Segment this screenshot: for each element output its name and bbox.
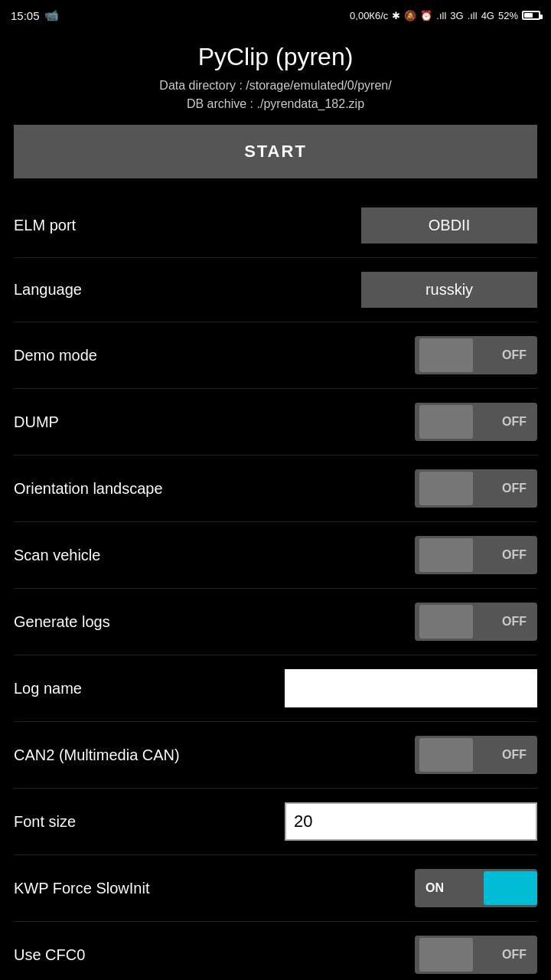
label-log-name: Log name <box>14 680 285 697</box>
divider <box>14 388 537 389</box>
settings-container: ELM portOBDIILanguagerusskiyDemo modeONO… <box>14 197 537 980</box>
settings-row-can2: CAN2 (Multimedia CAN)ONOFF <box>14 725 537 785</box>
input-log-name[interactable] <box>285 669 537 707</box>
data-usage: 0,00К6/с <box>350 10 388 21</box>
label-orientation-landscape: Orientation landscape <box>14 480 361 498</box>
status-time: 15:05 <box>11 9 40 22</box>
label-use-cfc0: Use CFC0 <box>14 946 361 964</box>
divider <box>14 655 537 655</box>
app-content: PyClip (pyren) Data directory : /storage… <box>0 31 551 980</box>
toggle-can2[interactable]: ONOFF <box>415 736 537 774</box>
settings-row-log-name: Log name <box>14 658 537 718</box>
network-3g: 3G <box>450 10 463 21</box>
label-generate-logs: Generate logs <box>14 613 361 631</box>
dropdown-elm-port[interactable]: OBDII <box>361 207 537 243</box>
divider <box>14 788 537 789</box>
label-demo-mode: Demo mode <box>14 347 361 364</box>
settings-row-orientation-landscape: Orientation landscapeONOFF <box>14 459 537 518</box>
divider <box>14 854 537 855</box>
toggle-use-cfc0[interactable]: ONOFF <box>415 936 537 974</box>
data-directory: Data directory : /storage/emulated/0/pyr… <box>14 79 537 93</box>
divider <box>14 455 537 456</box>
signal-bars2: .ıll <box>468 10 478 21</box>
divider <box>14 257 537 258</box>
divider <box>14 521 537 522</box>
divider <box>14 322 537 322</box>
start-button[interactable]: START <box>14 125 537 178</box>
camera-icon: 📹 <box>44 8 59 22</box>
settings-row-font-size: Font size <box>14 792 537 851</box>
divider <box>14 588 537 589</box>
input-font-size[interactable] <box>285 802 537 841</box>
alarm-icon: ⏰ <box>420 10 432 21</box>
label-language: Language <box>14 281 361 299</box>
battery-percent: 52% <box>498 10 518 21</box>
toggle-orientation-landscape[interactable]: ONOFF <box>415 469 537 508</box>
settings-row-generate-logs: Generate logsONOFF <box>14 592 537 652</box>
label-scan-vehicle: Scan vehicle <box>14 547 361 564</box>
settings-row-use-cfc0: Use CFC0ONOFF <box>14 925 537 980</box>
toggle-generate-logs[interactable]: ONOFF <box>415 603 537 641</box>
db-archive: DB archive : ./pyrendata_182.zip <box>14 97 537 111</box>
label-elm-port: ELM port <box>14 217 361 234</box>
settings-row-language: Languagerusskiy <box>14 261 537 318</box>
label-kwp-force-slowinit: KWP Force SlowInit <box>14 880 361 897</box>
toggle-kwp-force-slowinit[interactable]: ONOFF <box>415 869 537 907</box>
settings-row-elm-port: ELM portOBDII <box>14 197 537 254</box>
label-dump: DUMP <box>14 413 361 431</box>
toggle-scan-vehicle[interactable]: ONOFF <box>415 536 537 574</box>
dropdown-language[interactable]: russkiy <box>361 272 537 308</box>
network-4g: 4G <box>481 10 494 21</box>
settings-row-scan-vehicle: Scan vehicleONOFF <box>14 525 537 585</box>
status-bar: 15:05 📹 0,00К6/с ✱ 🔕 ⏰ .ıll 3G .ıll 4G 5… <box>0 0 551 31</box>
settings-row-dump: DUMPONOFF <box>14 392 537 452</box>
label-can2: CAN2 (Multimedia CAN) <box>14 746 361 764</box>
divider <box>14 721 537 722</box>
app-title: PyClip (pyren) <box>14 43 537 71</box>
signal-bars: .ıll <box>436 10 446 21</box>
toggle-dump[interactable]: ONOFF <box>415 403 537 441</box>
bluetooth-icon: ✱ <box>392 10 400 21</box>
mute-icon: 🔕 <box>404 10 416 21</box>
label-font-size: Font size <box>14 813 285 831</box>
divider <box>14 921 537 922</box>
settings-row-kwp-force-slowinit: KWP Force SlowInitONOFF <box>14 858 537 918</box>
toggle-demo-mode[interactable]: ONOFF <box>415 336 537 374</box>
settings-row-demo-mode: Demo modeONOFF <box>14 325 537 385</box>
battery-icon <box>522 11 540 20</box>
